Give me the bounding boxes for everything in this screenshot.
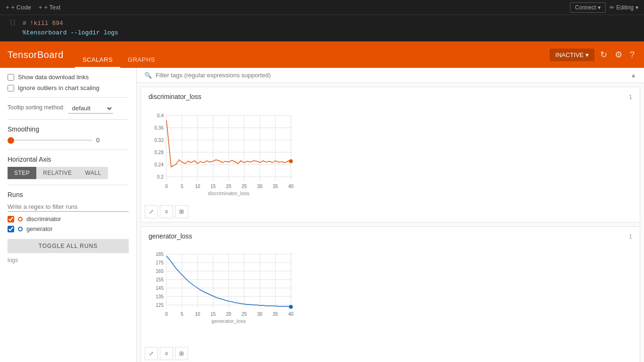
haxis-section: Horizontal Axis STEP RELATIVE WALL xyxy=(8,156,129,179)
smoothing-slider[interactable] xyxy=(8,140,92,141)
run-generator-dot xyxy=(18,227,23,231)
refresh-icon[interactable]: ↻ xyxy=(598,48,609,62)
generator-chart-body: 185 175 165 155 145 135 125 xyxy=(141,244,640,345)
add-text-label[interactable]: + Text xyxy=(44,4,60,11)
discriminator-chart-body: 0.4 0.36 0.32 0.28 0.24 0.2 xyxy=(141,104,640,203)
generator-chart-title: generator_loss xyxy=(149,232,192,240)
generator-data-button[interactable]: ≡ xyxy=(160,347,173,360)
inactive-chevron-icon: ▾ xyxy=(586,51,589,58)
discriminator-chart-svg: 0.4 0.36 0.32 0.28 0.24 0.2 xyxy=(149,108,295,200)
tb-header: TensorBoard SCALARS GRAPHS INACTIVE ▾ ↻ … xyxy=(0,41,644,68)
ignore-outliers-label: Ignore outliers in chart scaling xyxy=(18,84,99,91)
svg-text:40: 40 xyxy=(288,184,294,189)
code-line-1: # !kill 694 xyxy=(23,19,118,28)
svg-text:0.28: 0.28 xyxy=(155,150,164,155)
tab-scalars[interactable]: SCALARS xyxy=(75,56,120,68)
run-discriminator-label: discriminator xyxy=(26,215,61,222)
runs-filter-input[interactable] xyxy=(8,202,129,212)
code-cell: [ ] # !kill 694 %tensorboard --logdir lo… xyxy=(0,15,644,41)
generator-chart-count: 1 xyxy=(629,233,632,240)
discriminator-expand-button[interactable]: ⤢ xyxy=(145,205,158,218)
run-discriminator-checkbox[interactable] xyxy=(8,216,14,222)
ignore-outliers-checkbox[interactable] xyxy=(8,85,14,91)
tensorboard-container: TensorBoard SCALARS GRAPHS INACTIVE ▾ ↻ … xyxy=(0,41,644,362)
cell-code[interactable]: # !kill 694 %tensorboard --logdir logs xyxy=(19,17,122,39)
svg-text:125: 125 xyxy=(156,303,164,308)
svg-text:40: 40 xyxy=(288,312,294,317)
svg-text:20: 20 xyxy=(226,184,231,189)
sidebar-divider-3 xyxy=(8,149,129,150)
runs-title: Runs xyxy=(8,191,129,198)
show-download-label: Show data download links xyxy=(18,74,89,81)
discriminator-reset-button[interactable]: ⊞ xyxy=(175,205,188,218)
smoothing-title: Smoothing xyxy=(8,125,129,133)
plus-text-icon: + xyxy=(39,4,42,11)
pencil-icon: ✏ xyxy=(610,4,614,11)
editing-text: Editing xyxy=(616,4,634,11)
svg-text:5: 5 xyxy=(181,312,183,317)
generator-chart-actions: ⤢ ≡ ⊞ xyxy=(141,345,640,362)
tb-nav: SCALARS GRAPHS xyxy=(75,41,163,68)
inactive-button[interactable]: INACTIVE ▾ xyxy=(550,49,594,61)
svg-text:0: 0 xyxy=(165,184,168,189)
discriminator-chart-count: 1 xyxy=(629,93,632,100)
show-download-checkbox[interactable] xyxy=(8,74,14,81)
svg-text:10: 10 xyxy=(195,312,200,317)
haxis-wall-button[interactable]: WALL xyxy=(78,167,107,179)
svg-text:25: 25 xyxy=(241,312,247,317)
logs-label: logs xyxy=(8,257,129,263)
plus-code-icon: + xyxy=(6,4,9,11)
tooltip-label: Tooltip sorting method: xyxy=(8,104,65,111)
connect-chevron-icon: ▾ xyxy=(598,4,601,11)
generator-expand-button[interactable]: ⤢ xyxy=(145,347,158,360)
sidebar-divider-1 xyxy=(8,97,129,98)
smoothing-row: 0 xyxy=(8,137,129,144)
smoothing-section: Smoothing 0 xyxy=(8,125,129,144)
svg-text:35: 35 xyxy=(272,312,278,317)
svg-text:0.32: 0.32 xyxy=(155,138,164,143)
run-item-discriminator: discriminator xyxy=(8,215,129,222)
sidebar-divider-4 xyxy=(8,185,129,185)
connect-button[interactable]: Connect ▾ xyxy=(570,2,606,13)
add-code-button[interactable]: + + Code xyxy=(6,4,31,11)
help-icon[interactable]: ? xyxy=(628,48,636,62)
svg-text:15: 15 xyxy=(210,184,216,189)
inactive-label: INACTIVE xyxy=(555,51,584,58)
generator-reset-button[interactable]: ⊞ xyxy=(175,347,188,360)
svg-text:185: 185 xyxy=(156,252,164,257)
toggle-all-runs-button[interactable]: TOGGLE ALL RUNS xyxy=(8,239,129,253)
settings-icon[interactable]: ⚙ xyxy=(613,48,624,62)
haxis-relative-button[interactable]: RELATIVE xyxy=(36,167,78,179)
tb-header-right: INACTIVE ▾ ↻ ⚙ ? xyxy=(550,48,636,62)
svg-text:35: 35 xyxy=(272,184,278,189)
svg-text:155: 155 xyxy=(156,277,164,282)
scrollbar-up-icon[interactable]: ▲ xyxy=(630,72,636,79)
run-generator-checkbox[interactable] xyxy=(8,226,14,232)
haxis-step-button[interactable]: STEP xyxy=(8,167,36,179)
discriminator-chart-header: discriminator_loss 1 xyxy=(141,87,640,104)
add-code-label[interactable]: + Code xyxy=(11,4,31,11)
run-discriminator-dot xyxy=(18,217,23,222)
discriminator-data-button[interactable]: ≡ xyxy=(160,205,173,218)
discriminator-loss-section: discriminator_loss 1 0.4 0.36 0.32 0.28 … xyxy=(140,87,640,222)
code-line-2: %tensorboard --logdir logs xyxy=(23,28,118,38)
svg-text:5: 5 xyxy=(181,184,183,189)
search-icon: 🔍 xyxy=(144,72,152,79)
editing-chevron-icon: ▾ xyxy=(636,4,638,11)
tooltip-row: Tooltip sorting method: default ascendin… xyxy=(8,103,129,114)
discriminator-end-dot xyxy=(289,159,293,163)
ignore-outliers-option: Ignore outliers in chart scaling xyxy=(8,84,129,91)
cell-gutter: [ ] xyxy=(0,17,19,27)
svg-text:0.2: 0.2 xyxy=(157,174,164,180)
run-generator-label: generator xyxy=(26,225,53,232)
tooltip-select[interactable]: default ascending descending xyxy=(68,103,113,114)
filter-input[interactable] xyxy=(156,72,627,79)
svg-text:generator_loss: generator_loss xyxy=(212,318,246,324)
tensorboard-logo: TensorBoard xyxy=(8,49,64,60)
tab-graphs[interactable]: GRAPHS xyxy=(120,56,163,68)
tb-body: Show data download links Ignore outliers… xyxy=(0,68,644,362)
svg-text:30: 30 xyxy=(257,312,263,317)
toolbar-right: Connect ▾ ✏ Editing ▾ xyxy=(570,2,638,13)
add-text-button[interactable]: + + Text xyxy=(39,4,60,11)
sidebar-divider-2 xyxy=(8,119,129,120)
